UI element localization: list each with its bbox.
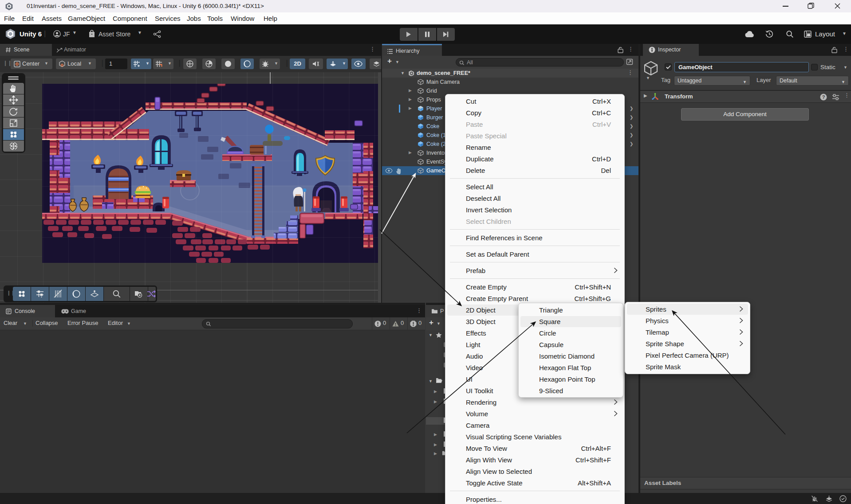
- svg-text:?: ?: [822, 94, 825, 100]
